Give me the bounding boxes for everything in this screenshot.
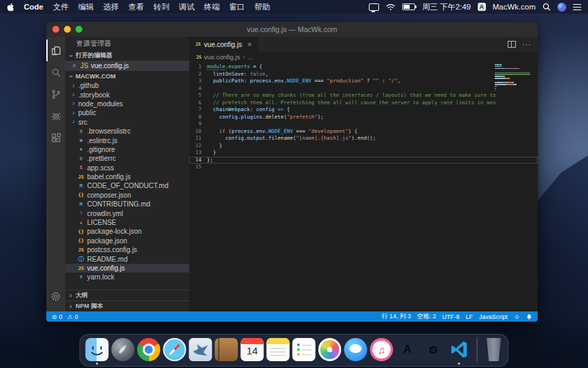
file-item[interactable]: {}package-lock.json	[65, 227, 189, 236]
folder-item[interactable]: ›public	[65, 108, 189, 117]
file-item[interactable]: JSpostcss.config.js	[65, 245, 189, 254]
menu-item[interactable]: 帮助	[255, 2, 270, 12]
minimize-window-button[interactable]	[64, 26, 71, 33]
explorer-icon[interactable]	[46, 40, 65, 61]
file-item[interactable]: JSbabel.config.js	[65, 172, 189, 181]
file-item[interactable]: {}package.json	[65, 236, 189, 245]
eol-sequence[interactable]: LF	[466, 313, 473, 320]
encoding[interactable]: UTF-8	[442, 313, 460, 320]
spotlight-icon[interactable]	[542, 3, 551, 11]
dock-photos-icon[interactable]	[318, 338, 342, 361]
display-icon[interactable]	[369, 3, 379, 11]
dock-system-preferences-icon[interactable]: ⚙	[422, 338, 445, 361]
battery-icon[interactable]	[402, 3, 415, 10]
wifi-icon[interactable]	[386, 3, 395, 11]
code-line[interactable]: 7 chainWebpack: config => {	[189, 106, 538, 114]
code-line[interactable]: 8 config.plugins.delete("prefetch");	[189, 114, 538, 121]
code-line[interactable]: 6 // prefetch them all. Prefetching them…	[189, 99, 538, 107]
problems-indicator[interactable]: ⊘0 ⚠0	[52, 313, 78, 320]
code-line[interactable]: 12 }	[189, 142, 538, 150]
dock-launchpad-icon[interactable]	[112, 338, 135, 361]
dock-mail-icon[interactable]	[189, 338, 212, 361]
split-editor-icon[interactable]	[508, 41, 516, 48]
file-item[interactable]: Sapp.scss	[65, 164, 189, 172]
code-line[interactable]: 4	[189, 85, 538, 93]
menu-item[interactable]: 窗口	[229, 2, 245, 12]
dock-vscode-icon[interactable]	[448, 338, 471, 361]
code-line[interactable]: 14};	[189, 157, 538, 164]
dock-notes-icon[interactable]	[267, 338, 290, 361]
menu-item[interactable]: 转到	[154, 2, 169, 12]
dock-app-store-icon[interactable]: A	[396, 338, 419, 361]
file-item[interactable]: ≡.prettierrc	[65, 154, 189, 163]
sidebar-section[interactable]: ›NPM 脚本	[65, 301, 189, 311]
file-item[interactable]: !crowdin.yml	[65, 209, 189, 217]
menu-clock[interactable]: 周三 下午2:49	[422, 2, 471, 12]
code-line[interactable]: 10 if (process.env.NODE_ENV === "develop…	[189, 128, 538, 136]
sidebar-section[interactable]: ›大纲	[65, 290, 189, 301]
project-section[interactable]: › MACWK.COM	[65, 71, 189, 81]
feedback-smiley-icon[interactable]: ☺	[514, 313, 520, 320]
dock-contacts-icon[interactable]	[215, 338, 238, 361]
file-item[interactable]: MCODE_OF_CONDUCT.md	[65, 181, 189, 190]
file-item[interactable]: ≡.browserslistrc	[65, 127, 189, 136]
folder-item[interactable]: ›.github	[65, 81, 189, 90]
file-item[interactable]: JSvue.config.js	[65, 264, 189, 273]
menu-item[interactable]: 文件	[53, 2, 69, 12]
open-editors-section[interactable]: › 打开的编辑器	[65, 50, 189, 61]
close-tab-icon[interactable]: ×	[247, 40, 251, 48]
menu-item[interactable]: 选择	[103, 2, 119, 12]
file-item[interactable]: {}composer.json	[65, 191, 189, 200]
close-editor-icon[interactable]: ×	[71, 62, 78, 70]
dock-itunes-icon[interactable]: ♫	[370, 338, 393, 361]
dock-messages-icon[interactable]	[344, 338, 368, 361]
file-item[interactable]: MCONTRIBUTING.md	[65, 200, 189, 209]
maximize-window-button[interactable]	[76, 26, 82, 33]
cursor-position[interactable]: 行 14, 列 3	[382, 312, 411, 321]
more-actions-icon[interactable]: ···	[522, 40, 532, 48]
code-editor[interactable]: 1module.exports = {2 lintOnSave: false,3…	[189, 62, 538, 311]
code-line[interactable]: 15	[189, 164, 538, 171]
minimap[interactable]	[495, 64, 532, 91]
extensions-icon[interactable]	[46, 127, 65, 149]
open-editor-item[interactable]: ×JSvue.config.js	[65, 61, 189, 71]
dock-trash-icon[interactable]	[485, 338, 503, 361]
input-source-icon[interactable]: A	[478, 3, 486, 11]
folder-item[interactable]: ›node_modules	[65, 99, 189, 108]
file-item[interactable]: ◆.gitignore	[65, 145, 189, 154]
notification-center-icon[interactable]	[573, 4, 581, 10]
app-menu[interactable]: Code	[24, 3, 44, 11]
debug-icon[interactable]	[46, 105, 65, 127]
search-icon[interactable]	[46, 61, 65, 83]
code-line[interactable]: 2 lintOnSave: false,	[189, 71, 538, 78]
code-line[interactable]: 1module.exports = {	[189, 63, 538, 71]
notifications-bell-icon[interactable]	[526, 313, 532, 320]
code-line[interactable]: 13 }	[189, 149, 538, 157]
dock-reminders-icon[interactable]	[293, 338, 316, 361]
dock-chrome-icon[interactable]	[137, 338, 161, 361]
menu-item[interactable]: 调试	[179, 2, 195, 12]
tab-vue-config-js[interactable]: JS vue.config.js ×	[189, 37, 259, 52]
menu-item[interactable]: 终端	[204, 2, 220, 12]
code-line[interactable]: 3 publicPath: process.env.NODE_ENV === "…	[189, 78, 538, 85]
folder-item[interactable]: ›src	[65, 118, 189, 127]
dock-finder-icon[interactable]	[86, 338, 109, 361]
folder-item[interactable]: ›.storybook	[65, 90, 189, 99]
settings-gear-icon[interactable]	[46, 286, 65, 307]
dock-calendar-icon[interactable]: 14	[241, 338, 264, 361]
code-line[interactable]: 5 // There are so many chunks (from all …	[189, 92, 538, 99]
file-item[interactable]: ⓘREADME.md	[65, 254, 189, 263]
dock-safari-icon[interactable]	[163, 338, 186, 361]
menu-account[interactable]: MacWk.com	[493, 3, 536, 11]
menu-item[interactable]: 查看	[129, 2, 144, 12]
close-window-button[interactable]	[52, 26, 59, 33]
file-item[interactable]: Yyarn.lock	[65, 273, 189, 281]
indentation[interactable]: 空格: 2	[417, 312, 436, 321]
language-mode[interactable]: JavaScript	[479, 313, 508, 320]
menu-item[interactable]: 编辑	[78, 2, 94, 12]
siri-icon[interactable]	[557, 3, 566, 12]
code-line[interactable]: 11 config.output.filename("[name].[hash]…	[189, 135, 538, 142]
title-bar[interactable]: vue.config.js — MacWk.com	[46, 22, 538, 37]
source-control-icon[interactable]	[46, 83, 65, 105]
apple-menu-icon[interactable]	[7, 3, 14, 12]
